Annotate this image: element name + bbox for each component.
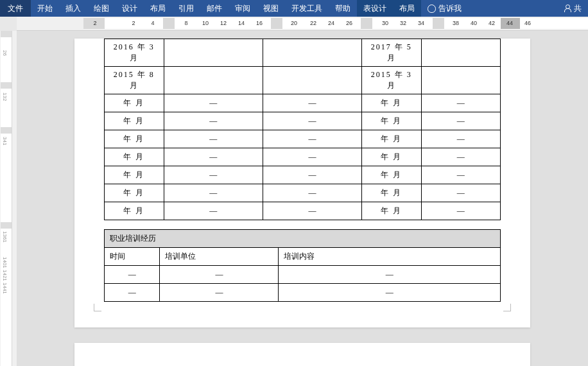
table-cell[interactable]: — bbox=[164, 112, 263, 130]
table-cell[interactable]: — bbox=[421, 166, 500, 184]
table-cell[interactable]: — bbox=[160, 284, 279, 302]
table-cell[interactable]: — bbox=[164, 166, 263, 184]
table-cell[interactable]: — bbox=[263, 130, 361, 148]
ruler-mark: 44 bbox=[506, 20, 513, 26]
table-cell[interactable] bbox=[164, 39, 263, 67]
tab-layout[interactable]: 布局 bbox=[144, 0, 172, 17]
training-table[interactable]: 职业培训经历 时间 培训单位 培训内容 —————— bbox=[104, 229, 501, 302]
table-cell[interactable] bbox=[421, 39, 500, 67]
table-cell[interactable] bbox=[263, 39, 361, 67]
ruler-mark: 2 bbox=[132, 20, 135, 26]
table-cell[interactable]: — bbox=[421, 202, 500, 220]
vertical-ruler[interactable]: 26 132 341 1361 1401 1421 1441 bbox=[1, 31, 12, 366]
tell-me-label: 告诉我 bbox=[438, 3, 462, 14]
document-area[interactable]: 2016 年 3 月2017 年 5 月2015 年 8 月2015 年 3 月… bbox=[17, 31, 588, 366]
table-cell[interactable]: — bbox=[421, 94, 500, 112]
table-cell[interactable]: — bbox=[263, 166, 361, 184]
table-cell[interactable]: 2015 年 8 月 bbox=[105, 67, 164, 94]
table-cell[interactable]: — bbox=[263, 202, 361, 220]
table-cell[interactable]: 年 月 bbox=[105, 184, 164, 202]
table-cell[interactable]: 年 月 bbox=[362, 166, 422, 184]
col-org: 培训单位 bbox=[160, 248, 279, 266]
table-cell[interactable]: 年 月 bbox=[362, 148, 422, 166]
tab-design[interactable]: 设计 bbox=[116, 0, 144, 17]
table-cell[interactable]: 2017 年 5 月 bbox=[362, 39, 422, 67]
tab-review[interactable]: 审阅 bbox=[229, 0, 257, 17]
page-2: 技术及职业资格证书 证书名称 发证机关 发证日期 证书编号 bbox=[74, 343, 530, 366]
table-cell[interactable]: — bbox=[421, 112, 500, 130]
tab-table-design[interactable]: 表设计 bbox=[357, 0, 393, 17]
ruler-mark: 8 bbox=[184, 20, 187, 26]
crop-mark-icon bbox=[503, 304, 511, 311]
table-row[interactable]: ——— bbox=[105, 266, 501, 284]
tab-mailings[interactable]: 邮件 bbox=[200, 0, 229, 17]
tab-draw[interactable]: 绘图 bbox=[87, 0, 116, 17]
table-cell[interactable]: 年 月 bbox=[362, 130, 422, 148]
table-cell[interactable]: — bbox=[164, 130, 263, 148]
share-button[interactable]: 共 bbox=[557, 0, 588, 17]
table-cell[interactable]: 2016 年 3 月 bbox=[105, 39, 164, 67]
table-cell[interactable]: — bbox=[421, 184, 500, 202]
table-row[interactable]: 年 月——年 月— bbox=[105, 184, 501, 202]
table-row[interactable]: 年 月——年 月— bbox=[105, 148, 501, 166]
table-cell[interactable]: — bbox=[263, 112, 361, 130]
table-cell[interactable]: — bbox=[263, 184, 361, 202]
file-tab[interactable]: 文件 bbox=[0, 0, 31, 17]
table-cell[interactable]: — bbox=[164, 94, 263, 112]
tab-home[interactable]: 开始 bbox=[31, 0, 59, 17]
experience-table[interactable]: 2016 年 3 月2017 年 5 月2015 年 8 月2015 年 3 月… bbox=[104, 39, 501, 220]
tab-help[interactable]: 帮助 bbox=[329, 0, 357, 17]
table-cell[interactable]: 2015 年 3 月 bbox=[362, 67, 422, 94]
tab-insert[interactable]: 插入 bbox=[59, 0, 87, 17]
table-cell[interactable]: — bbox=[421, 148, 500, 166]
page-1: 2016 年 3 月2017 年 5 月2015 年 8 月2015 年 3 月… bbox=[74, 39, 530, 327]
ruler-mark: 24 bbox=[328, 20, 334, 26]
horizontal-ruler-area: 2 2 4 8 10 12 14 16 20 22 24 26 30 32 34… bbox=[0, 17, 588, 31]
ruler-mark: 26 bbox=[2, 50, 8, 56]
table-cell[interactable] bbox=[263, 67, 361, 94]
table-cell[interactable] bbox=[421, 67, 500, 94]
tab-table-layout[interactable]: 布局 bbox=[393, 0, 421, 17]
tab-view[interactable]: 视图 bbox=[257, 0, 285, 17]
table-cell[interactable]: — bbox=[279, 266, 501, 284]
ruler-mark: 1441 bbox=[2, 283, 8, 294]
tab-references[interactable]: 引用 bbox=[172, 0, 200, 17]
table-cell[interactable]: 年 月 bbox=[105, 202, 164, 220]
table-cell[interactable]: — bbox=[421, 130, 500, 148]
table-row[interactable]: 年 月——年 月— bbox=[105, 166, 501, 184]
table-cell[interactable]: — bbox=[164, 148, 263, 166]
table-cell[interactable]: — bbox=[105, 266, 160, 284]
table-cell[interactable]: 年 月 bbox=[105, 94, 164, 112]
table-row[interactable]: 年 月——年 月— bbox=[105, 130, 501, 148]
table-cell[interactable]: — bbox=[164, 184, 263, 202]
table-row[interactable]: 2016 年 3 月2017 年 5 月 bbox=[105, 39, 501, 67]
table-row[interactable]: 2015 年 8 月2015 年 3 月 bbox=[105, 67, 501, 94]
tab-developer[interactable]: 开发工具 bbox=[285, 0, 329, 17]
table-cell[interactable]: — bbox=[279, 284, 501, 302]
table-cell[interactable]: 年 月 bbox=[362, 112, 422, 130]
table-row[interactable]: 年 月——年 月— bbox=[105, 112, 501, 130]
tell-me[interactable]: 告诉我 bbox=[421, 0, 468, 17]
ruler-corner bbox=[0, 17, 17, 31]
table-cell[interactable]: — bbox=[263, 94, 361, 112]
table-cell[interactable]: 年 月 bbox=[105, 130, 164, 148]
horizontal-ruler[interactable]: 2 2 4 8 10 12 14 16 20 22 24 26 30 32 34… bbox=[83, 18, 588, 29]
table-cell[interactable]: — bbox=[164, 202, 263, 220]
table-cell[interactable] bbox=[164, 67, 263, 94]
table-cell[interactable]: 年 月 bbox=[362, 184, 422, 202]
table-row[interactable]: 年 月——年 月— bbox=[105, 94, 501, 112]
table-row[interactable]: ——— bbox=[105, 284, 501, 302]
table-cell[interactable]: — bbox=[105, 284, 160, 302]
table-cell[interactable]: 年 月 bbox=[105, 112, 164, 130]
ruler-mark: 14 bbox=[238, 20, 245, 26]
crop-mark-icon bbox=[94, 304, 101, 311]
table-cell[interactable]: — bbox=[160, 266, 279, 284]
table-row[interactable]: 年 月——年 月— bbox=[105, 202, 501, 220]
table-cell[interactable]: 年 月 bbox=[362, 202, 422, 220]
ruler-mark: 42 bbox=[489, 20, 495, 26]
table-cell[interactable]: — bbox=[263, 148, 361, 166]
ruler-mark: 1421 bbox=[2, 270, 8, 281]
table-cell[interactable]: 年 月 bbox=[105, 166, 164, 184]
table-cell[interactable]: 年 月 bbox=[362, 94, 422, 112]
table-cell[interactable]: 年 月 bbox=[105, 148, 164, 166]
